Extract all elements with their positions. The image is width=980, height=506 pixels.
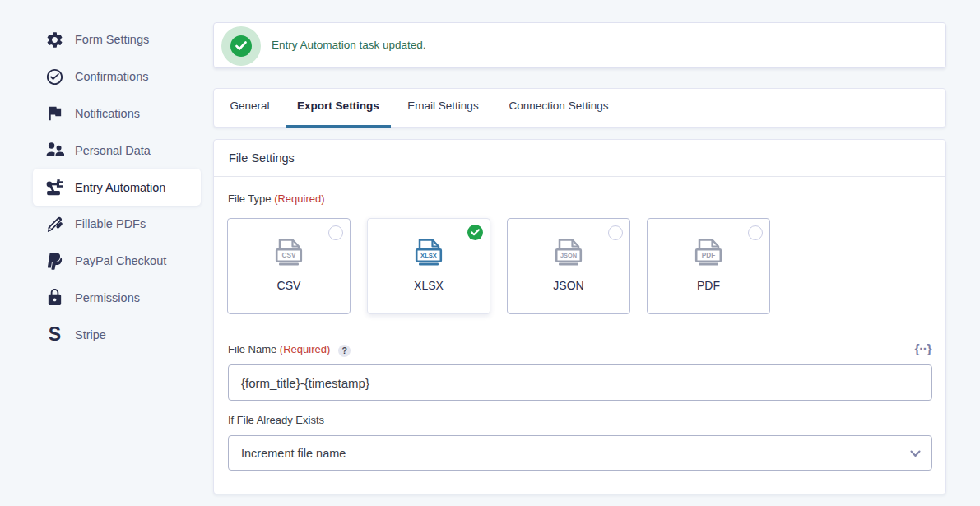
svg-text:CSV: CSV bbox=[282, 252, 296, 259]
svg-text:PDF: PDF bbox=[702, 252, 715, 259]
svg-text:JSON: JSON bbox=[560, 252, 577, 259]
svg-text:XLSX: XLSX bbox=[420, 252, 437, 259]
